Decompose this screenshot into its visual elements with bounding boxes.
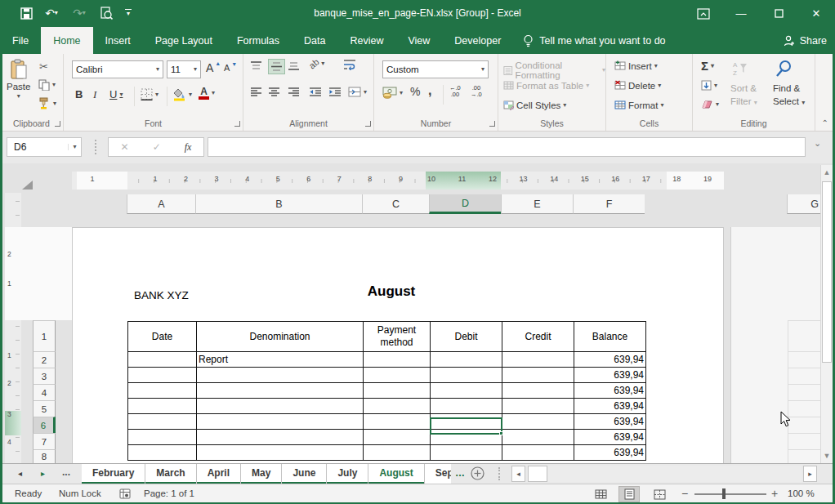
cell-credit[interactable] (502, 414, 574, 430)
enter-icon[interactable]: ✓ (153, 141, 161, 153)
table-header-cell[interactable]: Denomination (197, 322, 364, 352)
sheet-tab-june[interactable]: June (282, 464, 327, 484)
orientation-button[interactable]: ab▾ (309, 59, 324, 69)
close-button[interactable]: ✕ (797, 0, 835, 27)
vertical-scroll-thumb[interactable] (822, 181, 832, 363)
delete-cells-button[interactable]: Delete▾ (614, 80, 661, 91)
align-left-button[interactable] (250, 87, 262, 97)
accounting-format-button[interactable]: ▾ (382, 87, 403, 99)
format-as-table-button[interactable]: Format as Table▾ (503, 80, 589, 91)
copy-button[interactable]: ▾ (38, 79, 56, 91)
cell-debit[interactable] (431, 383, 502, 399)
cell-credit[interactable] (502, 445, 574, 461)
cell-balance[interactable]: 639,94 (574, 399, 646, 414)
cell-denomination[interactable] (197, 445, 364, 461)
cell-payment_method[interactable] (364, 430, 431, 445)
fill-color-button[interactable]: ▾ (172, 87, 192, 101)
table-header-cell[interactable]: Date (128, 322, 197, 352)
autosum-button[interactable]: Σ▾ (701, 59, 714, 73)
horizontal-scroll-track[interactable] (548, 466, 802, 482)
sheet-tab-march[interactable]: March (145, 464, 196, 484)
ribbon-display-options-button[interactable] (685, 0, 722, 27)
column-header-D[interactable]: D (429, 194, 501, 214)
sheet-tab-april[interactable]: April (197, 464, 241, 484)
bold-button[interactable]: B (75, 88, 83, 100)
page-layout-view-button[interactable] (618, 486, 640, 502)
align-right-button[interactable] (288, 87, 300, 97)
cell-payment_method[interactable] (364, 383, 431, 399)
ribbon-tab-developer[interactable]: Developer (442, 27, 513, 54)
row-header-2[interactable]: 2 (33, 351, 56, 368)
decrease-indent-button[interactable] (309, 87, 322, 97)
horizontal-ruler[interactable]: 112345678910111213141516171819 (72, 172, 724, 190)
tell-me-box[interactable]: Tell me what you want to do (513, 27, 675, 54)
cell-debit[interactable] (431, 445, 502, 461)
cell-balance[interactable]: 639,94 (574, 414, 646, 430)
ribbon-tab-insert[interactable]: Insert (93, 27, 143, 54)
ribbon-tab-data[interactable]: Data (292, 27, 337, 54)
merge-center-button[interactable]: ▾ (348, 87, 367, 97)
table-header-cell[interactable]: Debit (431, 322, 502, 352)
fill-handle[interactable] (499, 431, 503, 435)
zoom-out-button[interactable]: − (681, 484, 688, 503)
cell-credit[interactable] (502, 399, 574, 414)
cell-balance[interactable]: 639,94 (574, 368, 646, 383)
cell-balance[interactable]: 639,94 (574, 445, 646, 461)
number-format-combo[interactable]: Custom▾ (382, 60, 489, 78)
font-dialog-launcher[interactable] (234, 121, 240, 127)
cell-date[interactable] (128, 368, 197, 383)
cell-denomination[interactable]: Report (197, 352, 364, 368)
zoom-slider-thumb[interactable] (722, 488, 726, 499)
cell-date[interactable] (128, 445, 197, 461)
row-header-4[interactable]: 4 (33, 384, 56, 400)
italic-button[interactable]: I (93, 88, 96, 101)
zoom-in-button[interactable]: + (771, 484, 778, 503)
increase-indent-button[interactable] (328, 87, 342, 97)
cell-payment_method[interactable] (364, 368, 431, 383)
cell-styles-button[interactable]: Cell Styles▾ (503, 100, 566, 110)
sheet-tab-february[interactable]: February (82, 464, 145, 484)
select-all-button[interactable] (22, 181, 33, 190)
increase-decimal-button[interactable]: ←.0.00 (449, 85, 461, 98)
cut-button[interactable]: ✂ (39, 60, 48, 73)
cell-credit[interactable] (502, 368, 574, 383)
expand-formula-bar-icon[interactable]: ⌄ (814, 138, 821, 149)
tabbar-divider[interactable] (498, 467, 501, 480)
alignment-dialog-launcher[interactable] (365, 121, 371, 127)
tab-overflow-left[interactable]: ... (62, 464, 70, 480)
vertical-scrollbar[interactable]: ▲ ▼ (820, 165, 833, 463)
hscroll-left-button[interactable]: ◂ (511, 466, 525, 482)
normal-view-button[interactable] (590, 486, 611, 502)
ribbon-tab-review[interactable]: Review (337, 27, 395, 54)
font-size-combo[interactable]: 11▾ (167, 60, 201, 78)
font-color-button[interactable]: A ▾ (199, 87, 215, 100)
cell-denomination[interactable] (197, 414, 364, 430)
sheet-tab-may[interactable]: May (241, 464, 282, 484)
paste-button[interactable]: Paste ▾ (7, 59, 30, 100)
row-header-1[interactable]: 1 (33, 320, 56, 351)
cell-denomination[interactable] (197, 368, 364, 383)
cell-payment_method[interactable] (364, 414, 431, 430)
column-header-G[interactable]: G (787, 194, 820, 214)
cell-balance[interactable]: 639,94 (574, 430, 646, 445)
align-center-button[interactable] (268, 87, 280, 97)
table-header-cell[interactable]: Balance (574, 322, 646, 352)
ribbon-tab-view[interactable]: View (395, 27, 442, 54)
scroll-up-button[interactable]: ▲ (821, 165, 833, 180)
column-header-F[interactable]: F (573, 194, 645, 214)
clipboard-dialog-launcher[interactable] (55, 121, 60, 127)
page-break-preview-button[interactable] (649, 486, 670, 502)
vertical-ruler[interactable]: 211234 (5, 193, 21, 463)
tab-scroll-right-icon[interactable]: ▸ (41, 464, 45, 484)
font-family-combo[interactable]: Calibri▾ (72, 60, 163, 78)
zoom-level[interactable]: 100 % (788, 484, 815, 503)
ribbon-tab-formulas[interactable]: Formulas (225, 27, 292, 54)
row-header-8[interactable]: 8 (33, 449, 56, 463)
sheet-tab-july[interactable]: July (327, 464, 368, 484)
cell-debit[interactable] (431, 368, 502, 383)
cell-date[interactable] (128, 352, 197, 368)
format-cells-button[interactable]: Format▾ (614, 100, 663, 110)
borders-button[interactable]: ▾ (141, 88, 159, 100)
cancel-icon[interactable]: ✕ (121, 141, 129, 153)
cell-denomination[interactable] (197, 383, 364, 399)
